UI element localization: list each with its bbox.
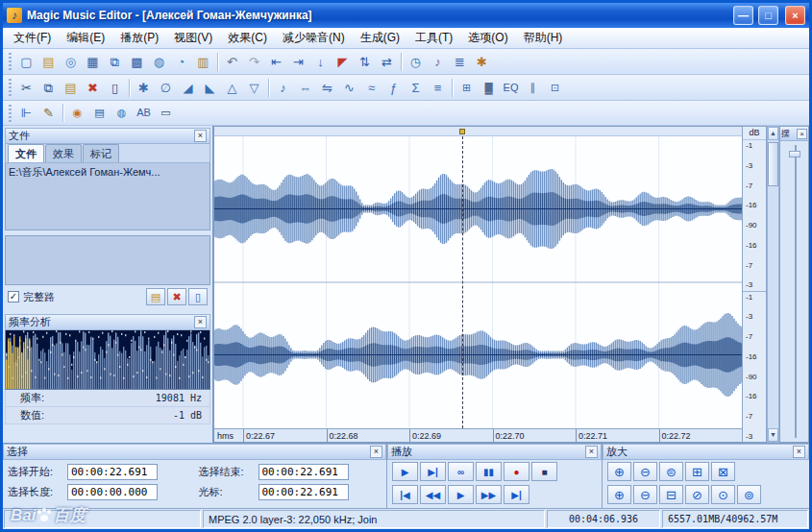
toolbar-button[interactable]: AB	[133, 102, 155, 124]
toolbar-button[interactable]: ∅	[155, 77, 177, 99]
toolbar-button[interactable]: ⇥	[287, 51, 309, 73]
frequency-panel-close-icon[interactable]: ×	[194, 316, 207, 328]
toolbar-button[interactable]: ♪	[427, 51, 449, 73]
go-end-button[interactable]: ▶|	[504, 485, 529, 504]
toolbar-button[interactable]: ◎	[60, 51, 82, 73]
toolbar-button[interactable]: ✂	[15, 77, 37, 99]
toolbar-button[interactable]: ⧉	[37, 77, 60, 99]
title-bar[interactable]: ♪ Magic Music Editor - [Алексей Гоман-Же…	[3, 3, 809, 28]
zoom-reset-button[interactable]: ⊚	[737, 485, 761, 504]
waveform-canvas[interactable]	[214, 136, 742, 428]
cursor-strip[interactable]	[214, 127, 742, 136]
toolbar-button[interactable]: ⊞	[455, 77, 478, 99]
play-from-cursor-button[interactable]: ▶	[448, 485, 474, 504]
toolbar-grip[interactable]	[9, 53, 12, 70]
scroll-up-icon[interactable]: ▲	[768, 127, 778, 140]
stop-button[interactable]: ■	[531, 462, 557, 481]
playback-panel-close-icon[interactable]: ×	[585, 446, 598, 458]
minimize-button[interactable]: —	[733, 6, 753, 25]
toolbar-button[interactable]: ∥	[522, 77, 544, 99]
toolbar-button[interactable]: ▭	[155, 102, 177, 124]
zoom-vertical-out-button[interactable]: ⊖	[633, 485, 657, 504]
timeline-ruler[interactable]: hms 0:22.670:22.680:22.690:22.700:22.710…	[214, 428, 742, 442]
go-start-button[interactable]: |◀	[392, 485, 418, 504]
toolbar-button[interactable]: ▓	[478, 77, 500, 99]
toolbar-button[interactable]: ⇋	[316, 77, 338, 99]
menu-item[interactable]: 文件(F)	[6, 28, 59, 48]
zoom-fit-button[interactable]: ⊞	[685, 462, 709, 481]
fast-forward-button[interactable]: ▶▶	[476, 485, 502, 504]
toolbar-button[interactable]: ◤	[332, 51, 354, 73]
toolbar-button[interactable]: ♪	[272, 77, 294, 99]
toolbar-button[interactable]: ↶	[221, 51, 243, 73]
menu-item[interactable]: 选项(O)	[460, 28, 515, 48]
toolbar-button[interactable]: ◉	[66, 102, 88, 124]
toolbar-button[interactable]: ƒ	[382, 77, 405, 99]
tab-files[interactable]: 文件	[8, 144, 44, 162]
amplitude-slider-thumb[interactable]	[789, 151, 800, 157]
toolbar-grip[interactable]	[9, 105, 12, 122]
selection-field-input[interactable]: 00:00:00.000	[67, 484, 158, 500]
scroll-right-button[interactable]: ⊙	[711, 485, 735, 504]
waveform-display[interactable]: hms 0:22.670:22.680:22.690:22.700:22.710…	[213, 126, 742, 443]
selection-field-input[interactable]: 00:00:22.691	[258, 484, 349, 500]
scrollbar-track[interactable]	[768, 140, 778, 428]
file-action-button[interactable]: ▯	[188, 288, 208, 305]
amplitude-panel-header[interactable]: 摆 ×	[780, 127, 808, 141]
amplitude-panel-close-icon[interactable]: ×	[797, 129, 807, 139]
scroll-down-icon[interactable]: ▼	[768, 428, 778, 442]
rewind-button[interactable]: ◀◀	[420, 485, 446, 504]
toolbar-button[interactable]: ↷	[243, 51, 265, 73]
toolbar-button[interactable]: ◣	[199, 77, 221, 99]
zoom-out-button[interactable]: ⊖	[633, 462, 657, 481]
tab-markers[interactable]: 标记	[83, 144, 119, 162]
menu-item[interactable]: 帮助(H)	[516, 28, 571, 48]
toolbar-button[interactable]: ◍	[111, 102, 133, 124]
zoom-in-button[interactable]: ⊕	[607, 462, 631, 481]
selection-field-input[interactable]: 00:00:22.691	[258, 464, 349, 480]
menu-item[interactable]: 编辑(E)	[59, 28, 112, 48]
zoom-vertical-fit-button[interactable]: ⊟	[659, 485, 683, 504]
toolbar-button[interactable]: ◍	[148, 51, 170, 73]
toolbar-button[interactable]: Σ	[405, 77, 427, 99]
toolbar-button[interactable]: ⊡	[544, 77, 566, 99]
amplitude-slider[interactable]	[780, 141, 808, 442]
file-list[interactable]: E:\音乐\Алексей Гоман-Жемч...	[5, 163, 210, 230]
file-list-secondary[interactable]	[5, 235, 210, 285]
cursor-handle[interactable]	[459, 129, 465, 134]
toolbar-button[interactable]: △	[221, 77, 243, 99]
toolbar-button[interactable]: ⇔	[294, 77, 316, 99]
playback-cursor[interactable]	[462, 136, 463, 428]
loop-button[interactable]: ∞	[448, 462, 474, 481]
spectrum-display[interactable]	[5, 330, 210, 390]
toolbar-button[interactable]: ⇄	[376, 51, 398, 73]
toolbar-button[interactable]: ▥	[192, 51, 214, 73]
zoom-vertical-in-button[interactable]: ⊕	[607, 485, 631, 504]
toolbar-button[interactable]: ▤	[37, 51, 60, 73]
close-button[interactable]: ×	[785, 6, 805, 25]
toolbar-button[interactable]: ⇤	[265, 51, 287, 73]
toolbar-button[interactable]: ✎	[37, 102, 60, 124]
zoom-panel-header[interactable]: 放大 ×	[603, 444, 809, 460]
scrollbar-thumb[interactable]	[768, 142, 778, 186]
zoom-1-1-button[interactable]: ⊠	[711, 462, 735, 481]
toolbar-grip[interactable]	[9, 79, 12, 96]
play-button[interactable]: ▶	[392, 462, 418, 481]
toolbar-button[interactable]: ▽	[243, 77, 265, 99]
toolbar-button[interactable]: ◢	[177, 77, 199, 99]
play-selection-button[interactable]: ▶|	[420, 462, 446, 481]
toolbar-button[interactable]: ≣	[449, 51, 471, 73]
menu-item[interactable]: 减少噪音(N)	[275, 28, 353, 48]
toolbar-button[interactable]: ↓	[309, 51, 332, 73]
toolbar-button[interactable]: ◔	[170, 51, 192, 73]
frequency-panel-header[interactable]: 频率分析 ×	[5, 314, 210, 330]
playback-panel-header[interactable]: 播放 ×	[387, 444, 602, 460]
menu-item[interactable]: 生成(G)	[353, 28, 407, 48]
toolbar-button[interactable]: ▤	[88, 102, 111, 124]
toolbar-button[interactable]: EQ	[500, 77, 522, 99]
toolbar-button[interactable]: ▢	[15, 51, 37, 73]
toolbar-button[interactable]: ◷	[405, 51, 427, 73]
toolbar-button[interactable]: ∿	[338, 77, 360, 99]
toolbar-button[interactable]: ⧉	[104, 51, 126, 73]
menu-item[interactable]: 效果(C)	[220, 28, 275, 48]
